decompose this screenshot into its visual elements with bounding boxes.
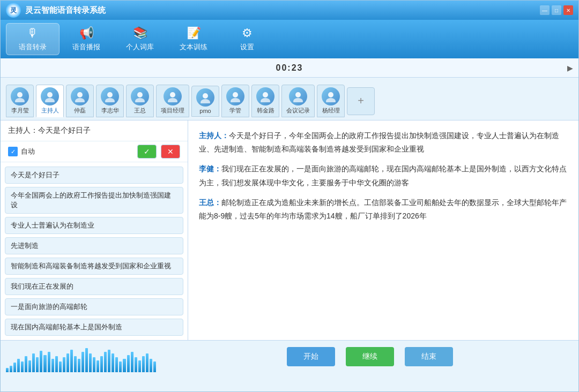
auto-control: ✓ 自动 ✓ ✕ [1, 141, 188, 162]
title-bar: 灵 灵云智能语音转录系统 — □ ✕ [1, 1, 578, 20]
speaker-name-sp9: 韩金路 [257, 107, 274, 115]
speaker-name-sp5: 王总 [134, 107, 146, 115]
wave-bar-21 [85, 348, 88, 372]
svg-point-11 [168, 98, 177, 102]
timer-display: 00:23 [276, 63, 303, 73]
wave-bar-29 [115, 357, 118, 372]
bottom-buttons: 开始 继续 结束 [161, 347, 578, 366]
svg-point-8 [137, 92, 143, 97]
auto-checkbox[interactable]: ✓ 自动 [8, 147, 133, 156]
speaker-avatar-sp9 [256, 87, 274, 105]
speaker-avatar-sp8 [226, 87, 244, 105]
transcript-text-0: 今天是个好日子，今年全国两会上的政府工作报告提出加快制造强国建设，专业人士普遍认… [199, 131, 559, 153]
app-title: 灵云智能语音转录系统 [25, 5, 540, 16]
nav-icon-personal-vocab: 📚 [131, 26, 149, 40]
speaker-tab-sp1[interactable]: 李月莹 [6, 85, 34, 117]
timer-arrow-button[interactable]: ▶ [567, 64, 573, 72]
current-speaker-label: 主持人：今天是个好日子 [1, 120, 188, 141]
transcript-speaker-1: 李健： [199, 164, 221, 173]
svg-point-21 [326, 98, 336, 102]
speaker-tab-sp7[interactable]: pmo [191, 86, 219, 117]
svg-point-4 [77, 92, 83, 97]
transcript-text-1: 我们现在正在发展的，一是面向旅游的高端邮轮，现在国内高端邮轮基本上是国外制造，以… [199, 164, 567, 186]
wave-bar-33 [131, 352, 133, 372]
wave-bar-13 [55, 356, 58, 372]
speaker-tab-sp9[interactable]: 韩金路 [251, 85, 279, 117]
transcript-block-1: 李健：我们现在正在发展的，一是面向旅游的高端邮轮，现在国内高端邮轮基本上是国外制… [199, 162, 568, 189]
left-panel: 主持人：今天是个好日子 ✓ 自动 ✓ ✕ 今天是个好日子今年全国两会上的政府工作… [1, 120, 188, 340]
speaker-name-sp10: 会议记录 [286, 107, 310, 115]
wave-bar-37 [146, 353, 149, 372]
phrase-item-4[interactable]: 智能制造和高端装备制造将越发受到国家和企业重视 [5, 258, 183, 275]
phrase-item-5[interactable]: 我们现在正在发展的 [5, 278, 183, 295]
wave-bar-28 [112, 353, 114, 372]
auto-label: 自动 [21, 147, 35, 156]
speaker-tab-sp11[interactable]: 杨经理 [317, 85, 345, 117]
wave-bar-11 [48, 352, 50, 372]
svg-point-13 [201, 99, 210, 103]
nav-icon-text-train: 📝 [185, 26, 202, 40]
wave-bar-15 [63, 357, 65, 372]
speaker-tab-sp3[interactable]: 仲磊 [66, 85, 94, 117]
wave-bar-25 [100, 356, 103, 372]
nav-item-text-train[interactable]: 📝文本训练 [167, 23, 220, 55]
svg-point-1 [15, 98, 25, 102]
wave-bar-4 [21, 361, 24, 372]
speaker-avatar-sp5 [131, 87, 149, 105]
maximize-button[interactable]: □ [552, 5, 561, 15]
timer-bar: 00:23 ▶ [1, 58, 578, 78]
wave-bar-30 [119, 361, 122, 372]
phrase-item-6[interactable]: 一是面向旅游的高端邮轮 [5, 298, 183, 315]
wave-bar-2 [13, 363, 16, 372]
stop-button[interactable]: 结束 [405, 347, 453, 366]
transcript-block-0: 主持人：今天是个好日子，今年全国两会上的政府工作报告提出加快制造强国建设，专业人… [199, 129, 568, 156]
phrase-item-2[interactable]: 专业人士普遍认为在制造业 [5, 217, 183, 234]
speaker-tab-sp4[interactable]: 李志华 [96, 85, 124, 117]
nav-label-personal-vocab: 个人词库 [126, 42, 154, 52]
speaker-avatar-sp1 [11, 87, 29, 105]
phrase-item-3[interactable]: 先进制造 [5, 237, 183, 254]
nav-item-speech-broadcast[interactable]: 📢语音播报 [60, 23, 113, 55]
wave-bar-22 [89, 353, 92, 372]
wave-bar-3 [17, 359, 20, 372]
close-button[interactable]: ✕ [563, 5, 573, 15]
svg-point-18 [295, 92, 301, 97]
nav-label-speech-broadcast: 语音播报 [72, 42, 100, 52]
nav-item-settings[interactable]: ⚙设置 [220, 23, 274, 55]
accept-button[interactable]: ✓ [137, 145, 157, 159]
wave-bar-34 [135, 357, 137, 372]
nav-item-personal-vocab[interactable]: 📚个人词库 [113, 23, 167, 55]
speaker-name-sp4: 李志华 [101, 107, 119, 115]
nav-item-speech-record[interactable]: 🎙语音转录 [6, 23, 60, 55]
nav-icon-speech-record: 🎙 [24, 26, 41, 40]
wave-bar-27 [108, 350, 110, 372]
wave-bar-1 [10, 366, 12, 372]
content-area: 主持人：今天是个好日子 ✓ 自动 ✓ ✕ 今天是个好日子今年全国两会上的政府工作… [1, 120, 578, 340]
speaker-tab-sp2[interactable]: 主持人 [36, 85, 64, 117]
wave-bar-26 [104, 352, 107, 372]
speaker-tab-sp5[interactable]: 王总 [126, 85, 154, 117]
phrase-item-7[interactable]: 现在国内高端邮轮基本上是国外制造 [5, 319, 183, 336]
wave-bar-23 [93, 357, 95, 372]
speaker-name-sp2: 主持人 [41, 107, 59, 115]
svg-point-19 [293, 98, 303, 102]
minimize-button[interactable]: — [540, 5, 550, 15]
wave-bar-24 [96, 360, 99, 372]
phrases-list: 今天是个好日子今年全国两会上的政府工作报告提出加快制造强国建设专业人士普遍认为在… [1, 162, 188, 340]
wave-bar-14 [59, 361, 62, 372]
nav-label-settings: 设置 [240, 42, 254, 52]
continue-button[interactable]: 继续 [346, 347, 394, 366]
start-button[interactable]: 开始 [287, 347, 335, 366]
wave-bar-16 [66, 353, 69, 372]
speaker-avatar-sp3 [71, 87, 89, 105]
speaker-tab-sp8[interactable]: 学管 [221, 85, 249, 117]
speaker-avatar-sp4 [101, 87, 119, 105]
svg-point-10 [170, 92, 175, 97]
phrase-item-1[interactable]: 今年全国两会上的政府工作报告提出加快制造强国建设 [5, 187, 183, 214]
add-speaker-button[interactable]: + [347, 87, 375, 115]
reject-button[interactable]: ✕ [161, 145, 180, 159]
waveform-area [1, 345, 161, 372]
phrase-item-0[interactable]: 今天是个好日子 [5, 167, 183, 184]
speaker-tab-sp10[interactable]: 会议记录 [281, 85, 315, 117]
speaker-tab-sp6[interactable]: 项目经理 [156, 85, 189, 117]
